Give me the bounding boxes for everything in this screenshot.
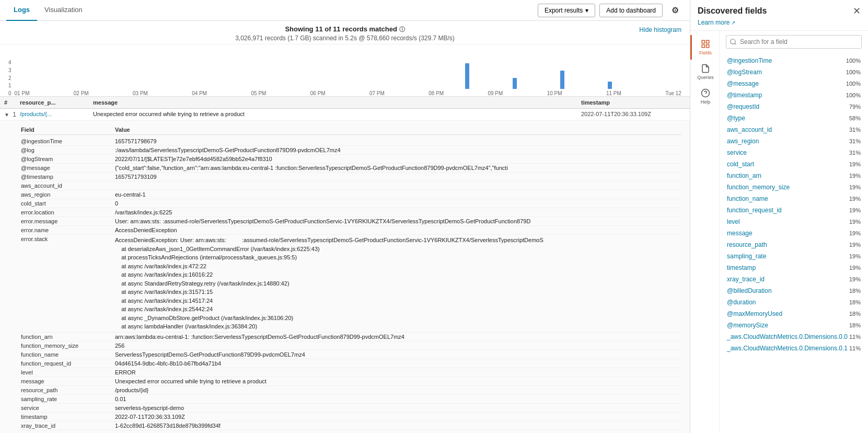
col-header-message: message	[93, 99, 581, 106]
right-panel-title: Discovered fields	[698, 6, 767, 16]
histogram-x-labels: 01 PM 02 PM 03 PM 04 PM 05 PM 06 PM 07 P…	[15, 89, 681, 96]
search-field-input[interactable]	[726, 35, 862, 49]
row-timestamp: 2022-07-11T20:36:33.109Z	[581, 111, 686, 118]
list-item[interactable]: level19%	[720, 216, 868, 227]
list-item[interactable]: function_request_id19%	[720, 204, 868, 216]
list-item[interactable]: function_name19%	[720, 193, 868, 204]
list-item[interactable]: @type58%	[720, 112, 868, 124]
list-item[interactable]: @requestId79%	[720, 101, 868, 112]
col-header-timestamp: timestamp	[581, 99, 686, 106]
add-to-dashboard-button[interactable]: Add to dashboard	[599, 4, 663, 17]
external-link-icon: ↗	[731, 20, 735, 26]
list-item[interactable]: cold_start19%	[720, 158, 868, 170]
list-item[interactable]: xray_trace_id19%	[720, 274, 868, 285]
detail-row: xray_trace_id1-62cc89d1-6268573d18de879b…	[21, 421, 681, 430]
log-table: # resource_p... message timestamp ▼ 1 /p…	[0, 97, 690, 433]
row-num: ▼ 1	[4, 111, 20, 118]
sidebar-icons: Fields Queries Help	[690, 31, 720, 433]
detail-row: error.location/var/task/index.js:6225	[21, 208, 681, 217]
right-panel-inner: @ingestionTime100%@logStream100%@message…	[720, 31, 868, 433]
list-item[interactable]: resource_path19%	[720, 239, 868, 250]
sidebar-item-fields[interactable]: Fields	[690, 35, 719, 60]
histogram: 4 3 2 1 0	[0, 44, 690, 97]
detail-row: @ingestionTime1657571798679	[21, 137, 681, 146]
learn-more-link[interactable]: Learn more ↗	[698, 19, 861, 26]
svg-rect-1	[707, 40, 709, 43]
detail-row: serviceserverless-typescript-demo	[21, 404, 681, 413]
settings-icon[interactable]: ⚙	[667, 2, 684, 18]
fields-list: @ingestionTime100%@logStream100%@message…	[720, 53, 868, 433]
histogram-chart: 01 PM 02 PM 03 PM 04 PM 05 PM 06 PM 07 P…	[15, 63, 681, 96]
detail-row: cold_start0	[21, 199, 681, 208]
histogram-y-labels: 4 3 2 1 0	[8, 60, 11, 96]
detail-row: aws_regioneu-central-1	[21, 190, 681, 199]
detail-row: aws_account_id	[21, 181, 681, 190]
col-header-resource: resource_p...	[20, 99, 93, 106]
chevron-down-icon: ▾	[585, 7, 588, 14]
detail-row: function_request_id04d46154-9dbc-4bfc-8b…	[21, 359, 681, 368]
svg-rect-3	[707, 45, 709, 48]
list-item[interactable]: _aws.CloudWatchMetrics.0.Dimensions.0.11…	[720, 343, 868, 354]
detail-rows-container: @ingestionTime1657571798679@log:/aws/lam…	[21, 137, 681, 430]
expand-arrow-icon: ▼	[4, 112, 9, 118]
right-panel-header: Discovered fields ✕ Learn more ↗	[690, 0, 868, 31]
svg-rect-0	[702, 40, 704, 43]
summary-bar: Showing 11 of 11 records matched ⓘ 3,026…	[0, 21, 690, 44]
list-item[interactable]: @timestamp100%	[720, 89, 868, 101]
list-item[interactable]: function_memory_size19%	[720, 181, 868, 193]
list-item[interactable]: _aws.CloudWatchMetrics.0.Dimensions.0.01…	[720, 331, 868, 343]
detail-row: levelERROR	[21, 368, 681, 377]
list-item[interactable]: function_arn19%	[720, 170, 868, 181]
export-results-button[interactable]: Export results ▾	[538, 4, 595, 17]
list-item[interactable]: @duration18%	[720, 297, 868, 308]
right-panel: Discovered fields ✕ Learn more ↗ Fields …	[690, 0, 868, 433]
list-item[interactable]: message19%	[720, 227, 868, 239]
list-item[interactable]: sampling_rate19%	[720, 250, 868, 262]
table-row[interactable]: ▼ 1 /products/{... Unexpected error occu…	[0, 109, 690, 433]
detail-row: @timestamp1657571793109	[21, 173, 681, 181]
fields-search	[720, 31, 868, 53]
tab-visualization[interactable]: Visualization	[37, 0, 90, 21]
list-item[interactable]: aws_account_id31%	[720, 124, 868, 135]
sidebar-item-help[interactable]: Help	[690, 84, 719, 109]
top-nav: Logs Visualization Export results ▾ Add …	[0, 0, 690, 21]
detail-row: @logStream2022/07/11/[$LATEST]e72e7ebf64…	[21, 155, 681, 164]
detail-row: @log:/aws/lambda/ServerlessTypescriptDem…	[21, 146, 681, 155]
hide-histogram-link[interactable]: Hide histogram	[639, 26, 681, 33]
fields-icon	[701, 39, 710, 49]
row-resource: /products/{...	[20, 111, 93, 118]
tab-logs[interactable]: Logs	[6, 0, 37, 21]
summary-title: Showing 11 of 11 records matched ⓘ	[0, 25, 690, 33]
list-item[interactable]: service31%	[720, 147, 868, 158]
log-row-main[interactable]: ▼ 1 /products/{... Unexpected error occu…	[0, 109, 690, 120]
detail-row: function_arnarn:aws:lambda:eu-central-1:…	[21, 333, 681, 341]
list-item[interactable]: @message100%	[720, 78, 868, 89]
list-item[interactable]: @memorySize18%	[720, 320, 868, 331]
detail-row: error.nameAccessDeniedException	[21, 226, 681, 235]
list-item[interactable]: @logStream100%	[720, 66, 868, 78]
sidebar-item-queries[interactable]: Queries	[690, 60, 719, 84]
list-item[interactable]: @billedDuration18%	[720, 285, 868, 297]
list-item[interactable]: @ingestionTime100%	[720, 55, 868, 66]
detail-row: sampling_rate0.01	[21, 395, 681, 404]
detail-row: error.stackAccessDeniedException: User: …	[21, 235, 681, 333]
list-item[interactable]: @maxMemoryUsed18%	[720, 308, 868, 320]
log-detail: Field Value @ingestionTime1657571798679@…	[0, 120, 690, 433]
detail-header: Field Value	[21, 125, 681, 135]
detail-row: resource_path/products/{id}	[21, 386, 681, 395]
detail-row: function_nameServerlessTypescriptDemoS-G…	[21, 350, 681, 359]
list-item[interactable]: timestamp19%	[720, 262, 868, 274]
right-panel-title-row: Discovered fields ✕	[698, 5, 861, 17]
table-header: # resource_p... message timestamp	[0, 97, 690, 109]
detail-row: messageUnexpected error occurred while t…	[21, 377, 681, 386]
detail-row: function_memory_size256	[21, 341, 681, 350]
queries-icon	[701, 64, 710, 73]
detail-row: error.messageUser: arn:aws:sts: :assumed…	[21, 217, 681, 226]
list-item[interactable]: aws_region31%	[720, 135, 868, 147]
svg-rect-2	[702, 45, 704, 48]
detail-row: @message{"cold_start":false,"function_ar…	[21, 164, 681, 173]
help-icon	[701, 88, 710, 98]
right-panel-body: Fields Queries Help @ingestionTime100%@l…	[690, 31, 868, 433]
close-panel-button[interactable]: ✕	[853, 5, 861, 17]
info-icon: ⓘ	[399, 26, 405, 32]
